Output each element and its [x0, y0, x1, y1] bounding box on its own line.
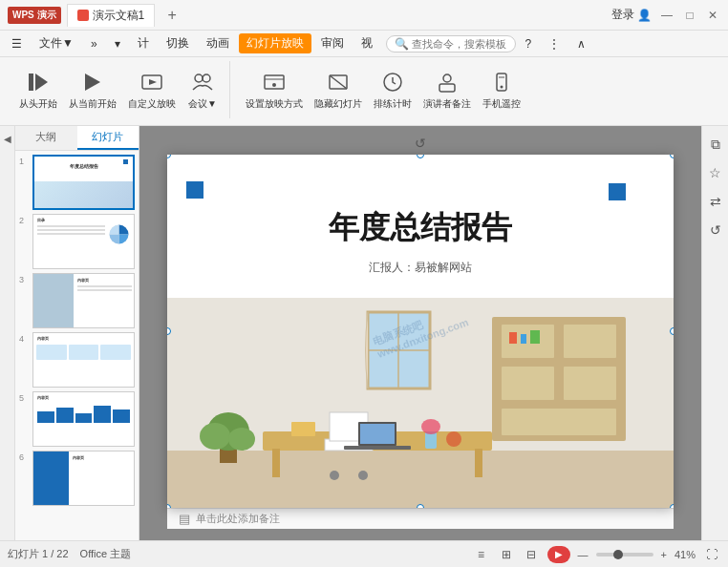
rt-copy-button[interactable]: ⧉: [705, 134, 726, 155]
presenter-notes-button[interactable]: 演讲者备注: [419, 67, 475, 113]
right-toolbar: ⧉ ☆ ⇄ ↺: [701, 126, 728, 540]
menu-transition[interactable]: 切换: [159, 33, 197, 53]
zoom-slider[interactable]: [596, 553, 653, 556]
from-current-icon: [79, 69, 106, 95]
user-icon: 👤: [637, 9, 652, 22]
slide-num-3: 3: [19, 275, 29, 284]
view-list-button[interactable]: ≡: [473, 546, 490, 563]
presenter-notes-label: 演讲者备注: [423, 97, 471, 111]
menu-view[interactable]: 视: [353, 33, 380, 53]
panel-toggle[interactable]: ◀: [0, 126, 15, 540]
slide-info: 幻灯片 1 / 22: [8, 547, 69, 561]
svg-point-13: [443, 74, 451, 82]
notes-area[interactable]: ▤ 单击此处添加备注: [167, 508, 674, 529]
handle-tl[interactable]: [167, 155, 171, 158]
search-box[interactable]: 🔍: [386, 35, 516, 52]
play-button[interactable]: ▶: [547, 546, 570, 563]
svg-rect-48: [521, 334, 526, 344]
slideshow-setup-button[interactable]: 设置放映方式: [242, 67, 307, 113]
svg-rect-26: [502, 409, 616, 435]
handle-tr[interactable]: [670, 155, 674, 158]
rt-history-button[interactable]: ↺: [705, 220, 726, 241]
zoom-plus[interactable]: +: [661, 549, 667, 560]
menu-format[interactable]: 计: [130, 33, 157, 53]
add-tab-button[interactable]: +: [161, 4, 183, 27]
ribbon-group-settings: 设置放映方式 隐藏幻灯片 排练计时 演讲者备注: [234, 61, 532, 118]
custom-show-button[interactable]: 自定义放映: [124, 67, 180, 113]
zoom-minus[interactable]: —: [578, 549, 589, 560]
s4-title: 内容页: [37, 336, 49, 341]
tab-slides[interactable]: 幻灯片: [77, 126, 139, 150]
slide-thumb-1[interactable]: 1 年度总结报告: [19, 155, 135, 210]
menu-dropdown[interactable]: ▾: [107, 35, 128, 52]
slide-thumb-5[interactable]: 5 内容页: [19, 391, 135, 447]
maximize-button[interactable]: □: [682, 8, 697, 23]
from-current-button[interactable]: 从当前开始: [65, 67, 120, 113]
rt-flow-button[interactable]: ⇄: [705, 191, 726, 212]
help-button[interactable]: ?: [518, 35, 540, 52]
fit-window-button[interactable]: ⛶: [703, 546, 720, 563]
login-button[interactable]: 登录 👤: [611, 7, 652, 23]
notes-icon: ▤: [179, 512, 190, 526]
slide-preview-6[interactable]: 内容页: [32, 451, 135, 506]
close-button[interactable]: ✕: [705, 8, 720, 23]
slides-list: 1 年度总结报告 2 目录: [15, 151, 139, 540]
tab-outline[interactable]: 大纲: [15, 126, 77, 150]
slide-num-1: 1: [19, 157, 29, 166]
zoom-level: 41%: [674, 549, 696, 560]
s6-leftblue: [33, 452, 69, 505]
slide-deco-top-left: [186, 181, 203, 199]
title-bar-left: WPS 演示 演示文稿1 +: [8, 4, 183, 27]
slide-preview-1[interactable]: 年度总结报告: [32, 155, 135, 210]
s2-lines: [37, 225, 105, 237]
slide-num-4: 4: [19, 334, 29, 344]
slide-preview-2[interactable]: 目录: [32, 214, 135, 269]
svg-point-6: [203, 74, 210, 82]
svg-rect-23: [564, 325, 616, 358]
svg-rect-43: [360, 424, 395, 444]
view-split-button[interactable]: ⊟: [523, 546, 540, 563]
menu-review[interactable]: 审阅: [313, 33, 352, 53]
svg-point-37: [358, 471, 368, 480]
menu-collapse[interactable]: ☰: [4, 35, 30, 52]
handle-tm[interactable]: [417, 155, 424, 158]
slide-thumb-3[interactable]: 3 内容页: [19, 273, 135, 328]
collapse-ribbon-button[interactable]: ∧: [569, 35, 593, 52]
meeting-button[interactable]: 会议▼: [183, 67, 222, 113]
rehearse-button[interactable]: 排练计时: [370, 67, 416, 113]
menu-file[interactable]: 文件▼: [32, 33, 81, 53]
slide-preview-3[interactable]: 内容页: [32, 273, 135, 328]
minimize-button[interactable]: —: [659, 8, 674, 23]
remote-button[interactable]: 手机遥控: [479, 67, 525, 113]
slide-thumb-4[interactable]: 4 内容页: [19, 332, 135, 388]
wps-logo: WPS 演示: [8, 7, 61, 24]
slide-preview-4[interactable]: 内容页: [32, 332, 135, 388]
menu-slideshow[interactable]: 幻灯片放映: [239, 33, 311, 53]
hide-slide-button[interactable]: 隐藏幻灯片: [310, 67, 366, 113]
slide-preview-5[interactable]: 内容页: [32, 391, 135, 447]
remote-label: 手机遥控: [482, 97, 521, 111]
document-tab[interactable]: 演示文稿1: [67, 4, 156, 27]
svg-rect-47: [509, 332, 517, 344]
svg-rect-14: [439, 84, 455, 92]
slideshow-setup-icon: [261, 69, 288, 95]
status-bar: 幻灯片 1 / 22 Office 主题 ≡ ⊞ ⊟ ▶ — + 41% ⛶: [0, 540, 728, 567]
menu-more[interactable]: »: [83, 35, 105, 52]
svg-point-5: [195, 74, 203, 82]
login-label: 登录: [611, 7, 634, 23]
search-input[interactable]: [412, 38, 507, 50]
rotate-handle[interactable]: ↺: [415, 136, 426, 151]
view-grid-button[interactable]: ⊞: [498, 546, 515, 563]
slide-thumb-6[interactable]: 6 内容页: [19, 451, 135, 506]
slide-num-5: 5: [19, 393, 29, 403]
svg-rect-44: [344, 446, 411, 450]
title-bar: WPS 演示 演示文稿1 + 登录 👤 — □ ✕: [0, 0, 728, 31]
menu-animation[interactable]: 动画: [199, 33, 237, 53]
rt-star-button[interactable]: ☆: [705, 162, 726, 183]
slide-thumb-2[interactable]: 2 目录: [19, 214, 135, 269]
more-options-button[interactable]: ⋮: [541, 35, 567, 52]
s6-right: 内容页: [71, 452, 134, 505]
slide-canvas[interactable]: 年度总结报告 汇报人：易被解网站: [167, 155, 674, 508]
from-start-button[interactable]: 从头开始: [15, 67, 61, 113]
s2-title: 目录: [37, 218, 45, 222]
